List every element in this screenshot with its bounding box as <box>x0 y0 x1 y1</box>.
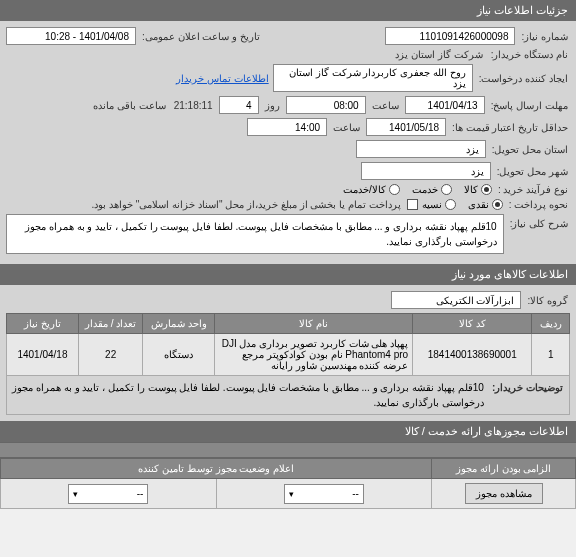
min-credit-label: حداقل تاریخ اعتبار قیمت ها: <box>450 122 570 133</box>
reply-date-value: 1401/04/13 <box>405 96 485 114</box>
col-code: کد کالا <box>413 314 532 334</box>
goods-info-header: اطلاعات کالاهای مورد نیاز <box>0 264 576 285</box>
col-name: نام کالا <box>215 314 413 334</box>
select-value: -- <box>352 488 359 499</box>
chevron-down-icon: ▾ <box>73 489 78 499</box>
buyer-notes-text: 10قلم پهپاد نقشه برداری و ... مطابق با م… <box>11 380 484 410</box>
col-date: تاریخ نیاز <box>7 314 79 334</box>
col-permit-required: الزامی بودن ارائه مجوز <box>432 459 576 479</box>
buyer-org-label: نام دستگاه خریدار: <box>489 49 570 60</box>
delivery-city-value: یزد <box>361 162 491 180</box>
main-header: جزئیات اطلاعات نیاز <box>0 0 576 21</box>
status-row: مشاهده مجوز -- ▾ -- ▾ <box>1 479 576 509</box>
radio-circle-icon <box>481 184 492 195</box>
creator-value: روح الله جعفری کاربردار شرکت گاز استان ی… <box>273 64 473 92</box>
cell-select-2: -- ▾ <box>1 479 217 509</box>
radio-both-label: کالا/خدمت <box>343 184 386 195</box>
announce-date-label: تاریخ و ساعت اعلان عمومی: <box>140 31 262 42</box>
col-status-header: اعلام وضعیت مجوز توسط تامین کننده <box>1 459 432 479</box>
delivery-city-label: شهر محل تحویل: <box>495 166 570 177</box>
col-idx: ردیف <box>532 314 570 334</box>
process-type-radios: کالا خدمت کالا/خدمت <box>343 184 492 195</box>
document-container: جزئیات اطلاعات نیاز شماره نیاز: 11010914… <box>0 0 576 509</box>
buyer-notes-row: توضیحات خریدار: 10قلم پهپاد نقشه برداری … <box>7 376 570 415</box>
buyer-org-value: شرکت گاز استان یزد <box>393 49 484 60</box>
treasury-checkbox[interactable] <box>407 199 418 210</box>
info-section: شماره نیاز: 1101091426000098 تاریخ و ساع… <box>0 21 576 264</box>
status-table: الزامی بودن ارائه مجوز اعلام وضعیت مجوز … <box>0 458 576 509</box>
delivery-province-label: استان محل تحویل: <box>490 144 570 155</box>
min-credit-date-value: 1401/05/18 <box>366 118 446 136</box>
table-row: 1 1841400138690001 پهپاد هلی شات کاربرد … <box>7 334 570 376</box>
delivery-province-value: یزد <box>356 140 486 158</box>
goods-group-label: گروه کالا: <box>525 295 570 306</box>
radio-circle-icon <box>389 184 400 195</box>
select-value: -- <box>137 488 144 499</box>
remaining-value: 21:18:11 <box>172 100 215 111</box>
radio-service-label: خدمت <box>412 184 438 195</box>
permits-header: اطلاعات مجوزهای ارائه خدمت / کالا <box>0 421 576 442</box>
col-unit: واحد شمارش <box>143 314 215 334</box>
reply-days-value: 4 <box>219 96 259 114</box>
min-credit-time-value: 14:00 <box>247 118 327 136</box>
cell-select-1: -- ▾ <box>216 479 432 509</box>
need-overview-label: شرح کلی نیاز: <box>508 214 570 229</box>
radio-circle-icon <box>445 199 456 210</box>
cell-unit: دستگاه <box>143 334 215 376</box>
time-label-2: ساعت <box>331 122 362 133</box>
view-permit-button[interactable]: مشاهده مجوز <box>465 483 543 504</box>
remaining-label: ساعت باقی مانده <box>91 100 168 111</box>
radio-goods-label: کالا <box>464 184 478 195</box>
status-select-1[interactable]: -- ▾ <box>284 484 364 504</box>
contact-info-link[interactable]: اطلاعات تماس خریدار <box>176 73 269 84</box>
payment-radios: نقدی نسیه <box>422 199 503 210</box>
need-no-label: شماره نیاز: <box>519 31 570 42</box>
radio-cash[interactable]: نقدی <box>468 199 503 210</box>
cell-code: 1841400138690001 <box>413 334 532 376</box>
radio-cash-label: نقدی <box>468 199 489 210</box>
day-label: روز <box>263 100 282 111</box>
radio-both[interactable]: کالا/خدمت <box>343 184 400 195</box>
cell-idx: 1 <box>532 334 570 376</box>
cell-view-permit: مشاهده مجوز <box>432 479 576 509</box>
goods-group-value: ابزارآلات الکتریکی <box>391 291 521 309</box>
radio-service[interactable]: خدمت <box>412 184 452 195</box>
radio-credit[interactable]: نسیه <box>422 199 456 210</box>
col-qty: تعداد / مقدار <box>78 314 143 334</box>
reply-deadline-label: مهلت ارسال پاسخ: <box>489 100 570 111</box>
radio-goods[interactable]: کالا <box>464 184 492 195</box>
process-type-label: نوع فرآیند خرید : <box>496 184 570 195</box>
cell-date: 1401/04/18 <box>7 334 79 376</box>
need-overview-text: 10قلم پهپاد نقشه برداری و ... مطابق با م… <box>6 214 504 254</box>
need-no-value: 1101091426000098 <box>385 27 515 45</box>
radio-circle-icon <box>441 184 452 195</box>
treasury-note: پرداخت تمام یا بخشی از مبلغ خرید،از محل … <box>89 199 402 210</box>
divider <box>0 442 576 458</box>
creator-label: ایجاد کننده درخواست: <box>477 73 570 84</box>
payment-label: نحوه پرداخت : <box>507 199 570 210</box>
radio-circle-icon <box>492 199 503 210</box>
announce-date-value: 1401/04/08 - 10:28 <box>6 27 136 45</box>
goods-table: ردیف کد کالا نام کالا واحد شمارش تعداد /… <box>6 313 570 415</box>
reply-time-value: 08:00 <box>286 96 366 114</box>
radio-credit-label: نسیه <box>422 199 442 210</box>
cell-qty: 22 <box>78 334 143 376</box>
status-select-2[interactable]: -- ▾ <box>68 484 148 504</box>
cell-name: پهپاد هلی شات کاربرد تصویر برداری مدل DJ… <box>215 334 413 376</box>
goods-section: گروه کالا: ابزارآلات الکتریکی ردیف کد کا… <box>0 285 576 421</box>
chevron-down-icon: ▾ <box>289 489 294 499</box>
buyer-notes-label: توضیحات خریدار: <box>490 380 565 395</box>
time-label-1: ساعت <box>370 100 401 111</box>
